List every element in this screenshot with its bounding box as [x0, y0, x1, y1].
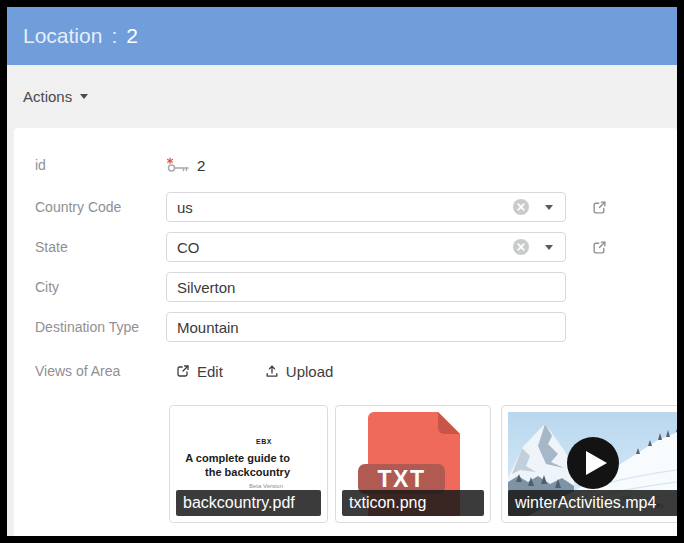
record-title-bar: Location : 2 [7, 7, 677, 65]
edit-button[interactable]: Edit [176, 363, 223, 380]
open-selection-icon[interactable] [592, 240, 607, 255]
page-title: Location [23, 24, 102, 48]
attachment-thumbnails: EBX A complete guide to the backcountry … [169, 405, 677, 523]
actions-menu-label: Actions [23, 88, 72, 105]
thumbnail-txticon-png[interactable]: TXT txticon.png [335, 405, 491, 523]
record-id-value: 2 [126, 24, 138, 48]
city-label: City [35, 279, 166, 295]
filename-label: winterActivities.mp4 [508, 490, 677, 516]
state-label: State [35, 239, 166, 255]
edit-label: Edit [197, 363, 223, 380]
form-row-views-of-area: Views of Area Edit Upload [35, 360, 677, 382]
filename-label: backcountry.pdf [176, 490, 321, 516]
state-combobox [166, 232, 566, 262]
attachment-actions: Edit Upload [176, 363, 333, 380]
form-row-country-code: Country Code [35, 192, 677, 222]
play-icon [567, 437, 619, 489]
thumbnail-backcountry-pdf[interactable]: EBX A complete guide to the backcountry … [169, 405, 328, 523]
filename-label: txticon.png [342, 490, 484, 516]
country-code-input[interactable] [166, 192, 566, 222]
form-row-state: State [35, 232, 677, 262]
toolbar: Actions [7, 65, 677, 128]
clear-icon[interactable] [513, 199, 529, 215]
pdf-brand-text: EBX [185, 438, 290, 445]
svg-text:TXT: TXT [378, 466, 426, 492]
thumbnail-winteractivities-mp4[interactable]: winterActivities.mp4 [501, 405, 677, 523]
record-form: id 2 Country Code [14, 128, 677, 536]
city-input[interactable] [166, 272, 566, 302]
id-value: 2 [197, 157, 205, 174]
pdf-title-line1: A complete guide to [185, 452, 290, 466]
upload-icon [265, 364, 279, 378]
edit-external-icon [176, 364, 190, 378]
state-input[interactable] [166, 232, 566, 262]
country-code-combobox [166, 192, 566, 222]
clear-icon[interactable] [513, 239, 529, 255]
chevron-down-icon[interactable] [545, 205, 553, 210]
chevron-down-icon [80, 94, 88, 99]
upload-label: Upload [286, 363, 334, 380]
pdf-subtitle: Beta Version [185, 483, 290, 489]
upload-button[interactable]: Upload [265, 363, 334, 380]
form-row-id: id 2 [35, 150, 677, 180]
pdf-title-line2: the backcountry [185, 466, 290, 480]
destination-type-label: Destination Type [35, 319, 166, 335]
views-of-area-label: Views of Area [35, 363, 166, 379]
open-selection-icon[interactable] [592, 200, 607, 215]
form-row-destination-type: Destination Type [35, 312, 677, 342]
chevron-down-icon[interactable] [545, 245, 553, 250]
destination-type-input[interactable] [166, 312, 566, 342]
id-label: id [35, 157, 166, 173]
app-window: Location : 2 Actions id [7, 7, 677, 536]
title-separator: : [111, 24, 117, 48]
primary-key-icon [166, 157, 190, 173]
country-code-label: Country Code [35, 199, 166, 215]
form-row-city: City [35, 272, 677, 302]
actions-menu-button[interactable]: Actions [23, 88, 88, 105]
